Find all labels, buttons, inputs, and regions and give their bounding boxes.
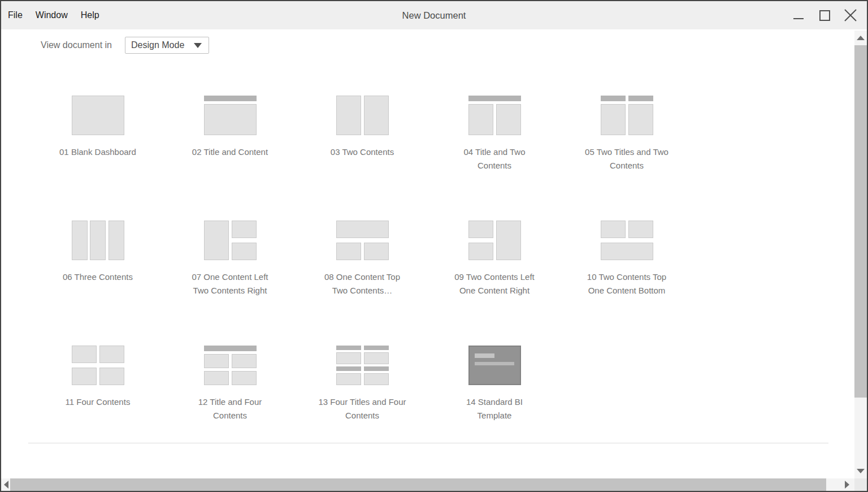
close-icon [844, 9, 857, 21]
thumb-content-box [496, 104, 521, 135]
template-thumbnail [336, 221, 389, 260]
thumb-content-box [108, 221, 124, 260]
thumb-title-bar [204, 346, 257, 351]
template-grid: 01 Blank Dashboard 02 Title and Content … [32, 96, 693, 471]
menu-window[interactable]: Window [36, 10, 68, 20]
thumb-content-box [336, 243, 361, 260]
scroll-up-arrow-icon[interactable] [857, 36, 865, 40]
menu-help[interactable]: Help [81, 10, 99, 20]
template-13-four-titles-and-four-contents[interactable]: 13 Four Titles and Four Contents [296, 346, 428, 471]
thumb-content-box [204, 354, 229, 368]
thumb-content-box [72, 221, 88, 260]
template-thumbnail [468, 96, 521, 135]
template-09-two-contents-left-one-content-right[interactable]: 09 Two Contents Left One Content Right [428, 221, 561, 346]
template-label: 03 Two Contents [331, 145, 394, 159]
thumb-content-box [204, 221, 229, 260]
horizontal-scrollbar-thumb[interactable] [10, 478, 826, 491]
thumb-title-bar [601, 96, 626, 101]
chevron-down-icon [194, 43, 202, 48]
thumb-content-box [72, 368, 97, 385]
thumb-content-box [364, 352, 389, 364]
thumb-content-box [468, 221, 493, 238]
thumb-content-box [336, 221, 389, 238]
thumb-content-box [232, 243, 257, 260]
titlebar: New Document File Window Help [1, 1, 867, 29]
thumb-content-box [601, 221, 626, 238]
thumb-content-box [601, 243, 653, 260]
vertical-scrollbar[interactable] [854, 31, 867, 478]
thumb-content-box [72, 346, 97, 363]
thumb-content-box [364, 96, 389, 135]
minimize-icon [793, 18, 804, 19]
thumb-content-box [336, 373, 361, 385]
template-08-one-content-top-two-contents-bottom[interactable]: 08 One Content Top Two Contents… [296, 221, 428, 346]
template-04-title-and-two-contents[interactable]: 04 Title and Two Contents [428, 96, 561, 221]
template-thumbnail [601, 221, 653, 260]
thumb-text-line [475, 362, 514, 365]
template-thumbnail [468, 221, 521, 260]
thumb-content-box [628, 221, 653, 238]
template-row-2: 06 Three Contents 07 One Content Left Tw… [32, 221, 693, 346]
template-thumbnail [468, 346, 521, 385]
thumb-content-box [232, 221, 257, 238]
scroll-down-arrow-icon[interactable] [857, 469, 865, 473]
template-thumbnail [204, 346, 257, 385]
thumb-content-box [99, 368, 124, 385]
scroll-right-arrow-icon[interactable] [845, 481, 849, 489]
template-label: 14 Standard BI Template [448, 395, 541, 422]
template-14-standard-bi-template[interactable]: 14 Standard BI Template [428, 346, 561, 471]
template-03-two-contents[interactable]: 03 Two Contents [296, 96, 428, 221]
scroll-left-arrow-icon[interactable] [4, 481, 8, 489]
thumb-dark-preview [468, 346, 521, 385]
menu-file[interactable]: File [8, 10, 23, 20]
thumb-content-box [601, 104, 626, 135]
template-thumbnail [336, 346, 389, 385]
template-thumbnail [72, 96, 124, 135]
thumb-title-bar [336, 346, 361, 350]
template-06-three-contents[interactable]: 06 Three Contents [32, 221, 164, 346]
template-label: 11 Four Contents [66, 395, 131, 409]
new-document-window: New Document File Window Help View docum… [0, 0, 868, 492]
minimize-button[interactable] [792, 8, 805, 22]
thumb-content-box [336, 96, 361, 135]
thumb-content-box [364, 243, 389, 260]
thumb-content-box [90, 221, 106, 260]
menu-bar: File Window Help [1, 10, 112, 20]
close-button[interactable] [844, 8, 857, 22]
template-thumbnail [72, 221, 124, 260]
thumb-title-bar [204, 96, 257, 101]
window-title: New Document [1, 10, 867, 21]
thumb-content-box [99, 346, 124, 363]
template-label: 07 One Content Left Two Contents Right [184, 270, 276, 297]
thumb-content-box [364, 373, 389, 385]
template-02-title-and-content[interactable]: 02 Title and Content [164, 96, 296, 221]
template-12-title-and-four-contents[interactable]: 12 Title and Four Contents [164, 346, 296, 471]
vertical-scrollbar-thumb[interactable] [854, 45, 867, 398]
window-controls [792, 1, 857, 29]
thumb-content-box [204, 371, 229, 385]
thumb-content-box [468, 243, 493, 260]
template-05-two-titles-and-two-contents[interactable]: 05 Two Titles and Two Contents [561, 96, 693, 221]
template-07-one-content-left-two-contents-right[interactable]: 07 One Content Left Two Contents Right [164, 221, 296, 346]
template-row-1: 01 Blank Dashboard 02 Title and Content … [32, 96, 693, 221]
template-label: 04 Title and Two Contents [448, 145, 541, 172]
view-mode-value: Design Mode [131, 40, 184, 50]
template-label: 06 Three Contents [63, 270, 133, 284]
template-row-3: 11 Four Contents 12 Title and Four Conte… [32, 346, 693, 471]
horizontal-scrollbar[interactable] [1, 478, 854, 491]
template-01-blank-dashboard[interactable]: 01 Blank Dashboard [32, 96, 164, 221]
template-11-four-contents[interactable]: 11 Four Contents [32, 346, 164, 471]
view-mode-dropdown[interactable]: Design Mode [125, 37, 209, 54]
thumb-content-box [204, 104, 257, 135]
template-thumbnail [204, 221, 257, 260]
template-label: 05 Two Titles and Two Contents [580, 145, 673, 172]
thumb-title-bar [364, 366, 389, 371]
template-label: 13 Four Titles and Four Contents [316, 395, 409, 422]
template-10-two-contents-top-one-content-bottom[interactable]: 10 Two Contents Top One Content Bottom [561, 221, 693, 346]
template-thumbnail [336, 96, 389, 135]
template-label: 02 Title and Content [192, 145, 268, 159]
maximize-icon [819, 10, 830, 21]
template-label: 12 Title and Four Contents [184, 395, 276, 422]
thumb-content-box [232, 354, 257, 368]
maximize-button[interactable] [818, 8, 831, 22]
